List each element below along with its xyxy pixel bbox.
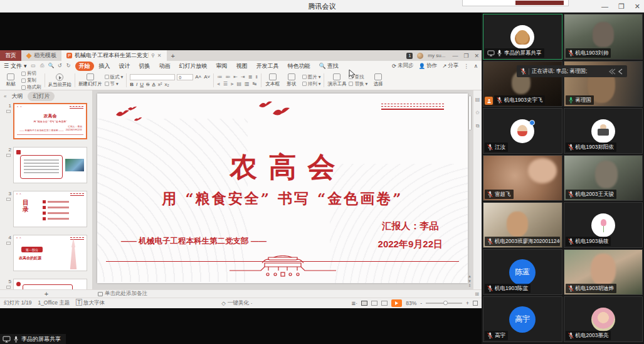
justify-icon[interactable]: ▤ — [237, 81, 242, 87]
zoom-slider-knob[interactable] — [443, 301, 448, 305]
strikethrough-button[interactable]: S — [146, 82, 149, 87]
participant-tile[interactable]: 机电2003班廖海2020011246 — [483, 202, 562, 248]
print-icon[interactable]: ⎙ — [40, 63, 45, 69]
outline-tab[interactable]: 大纲 — [11, 92, 23, 100]
slide-thumbnail[interactable]: ⌃⌃第一部分农高会的起源 — [13, 235, 87, 271]
sync-status[interactable]: ⟳未同步 — [392, 62, 414, 70]
present-tools-button[interactable]: 演示工具 — [327, 72, 346, 89]
increase-font-icon[interactable]: A˄ — [195, 74, 201, 80]
maximize-button[interactable]: ❐ — [618, 0, 625, 13]
align-right-icon[interactable]: ⫸ — [231, 81, 234, 87]
fit-slide-icon[interactable] — [473, 301, 478, 306]
save-icon[interactable]: ▭ — [31, 63, 36, 69]
collapse-panel-icon[interactable]: « — [4, 94, 6, 99]
indent-less-icon[interactable]: ⇤ — [233, 74, 238, 80]
text-box-button[interactable]: 文本框 — [265, 72, 281, 89]
menu-tab[interactable]: 插入 — [95, 62, 114, 71]
menu-tab[interactable]: 开始 — [75, 62, 94, 71]
participant-tile[interactable]: 机电1903杨筱 — [564, 202, 643, 248]
participant-tile[interactable]: 高宇 高宇 — [483, 296, 562, 342]
menu-tab[interactable]: 特色功能 — [284, 62, 314, 71]
line-spacing-icon[interactable]: ≣ — [248, 74, 253, 80]
slides-tab[interactable]: 幻灯片 — [28, 92, 55, 101]
switch-arrow-icon[interactable] — [608, 68, 616, 75]
file-menu[interactable]: ☰ 文件 ▾ — [4, 62, 27, 70]
pin-icon[interactable]: ⚲ — [151, 53, 155, 58]
menu-tab[interactable]: 开发工具 — [253, 62, 283, 71]
participant-tile[interactable]: 机电1903郑阳依 — [564, 108, 643, 154]
number-list-icon[interactable]: ≕ — [225, 74, 230, 80]
italic-button[interactable]: I — [136, 82, 137, 87]
slide-thumbnail[interactable] — [13, 279, 87, 289]
tab-document[interactable]: P 机械电子工程本科生第二党支部 ⚲ ✕ — [61, 50, 167, 61]
cut-button[interactable]: 剪切 — [21, 70, 41, 77]
new-slide-button[interactable]: 新建幻灯片 — [78, 72, 102, 89]
align-center-icon[interactable]: ☰ — [223, 81, 228, 87]
paste-button[interactable]: 粘贴 — [3, 72, 19, 89]
menu-tab[interactable]: 视图 — [233, 62, 251, 71]
participant-tile[interactable]: 陈蓝 机电1903陈蓝 — [483, 249, 562, 295]
superscript-icon[interactable]: x² — [158, 82, 162, 87]
participant-tile[interactable]: 江汝 — [483, 108, 562, 154]
participant-tile[interactable]: 机电2003王天骏 — [564, 155, 643, 201]
copy-button[interactable]: 复制 — [21, 77, 41, 83]
preview-icon[interactable]: 🔍 — [48, 63, 54, 69]
font-zoom-toggle[interactable]: 🅃 放大字体 — [76, 299, 105, 307]
participant-tile[interactable]: 机电1903胡迪烨 — [564, 249, 643, 295]
selection-pane-icon[interactable]: ⧉ — [476, 123, 480, 129]
font-color-icon[interactable]: A̲ — [152, 82, 155, 87]
add-slide-button[interactable]: + — [0, 291, 93, 298]
subscript-icon[interactable]: x₂ — [164, 82, 169, 87]
slide-thumbnail[interactable]: ⌃⌃目录 — [13, 191, 87, 227]
slide-presenter-block[interactable]: 汇报人：李品 2022年9月22日 — [378, 217, 443, 253]
wps-close-button[interactable]: ✕ — [474, 53, 479, 59]
font-name-combo[interactable] — [130, 74, 175, 80]
notes-toggle-icon[interactable]: ≣· — [351, 300, 357, 306]
wps-minimize-button[interactable]: — — [452, 53, 458, 59]
shape-button[interactable]: 形状 — [283, 72, 300, 89]
arrange-button[interactable]: 排列 ▾ — [302, 81, 321, 87]
normal-view-icon[interactable] — [361, 301, 367, 306]
more-menu-icon[interactable]: ⋮ — [463, 63, 469, 69]
new-tab-button[interactable]: + — [167, 50, 179, 61]
slide-title[interactable]: 农高会 — [97, 149, 468, 186]
canvas-scrollbar-thumb[interactable] — [468, 95, 472, 131]
play-from-current-button[interactable]: 从当前开始 — [48, 72, 72, 89]
distribute-icon[interactable]: ▥ — [245, 81, 250, 87]
notes-placeholder[interactable]: 单击此处添加备注 — [93, 290, 147, 298]
participant-tile[interactable]: 雷超飞 — [483, 155, 562, 201]
format-painter-button[interactable]: 格式刷 — [21, 84, 41, 90]
split-view-icon[interactable]: ⊞ — [475, 291, 479, 297]
slide-sorter-view-icon[interactable] — [371, 301, 377, 306]
menu-tab[interactable]: 切换 — [135, 62, 154, 71]
message-badge[interactable]: 1 — [406, 53, 413, 59]
columns-icon[interactable]: ‖ — [255, 74, 257, 80]
text-direction-icon[interactable]: ↹ — [253, 81, 257, 87]
back-arrow-icon[interactable] — [617, 68, 623, 75]
zoom-out-button[interactable]: - — [420, 300, 422, 306]
collaborate-button[interactable]: 👤协作 — [419, 62, 438, 70]
wps-restore-button[interactable]: ❐ — [463, 53, 468, 59]
slide-organization[interactable]: —— 机械电子工程本科生第二党支部 —— — [121, 236, 267, 247]
align-left-icon[interactable]: ⫷ — [217, 81, 220, 87]
beautify-button[interactable]: ◇一键美化 · — [221, 299, 252, 307]
slide-thumbnail[interactable]: ⌃⌃农高会用 “粮食安全” 书写 “金色画卷”—— 机械电子工程本科生第二党支部… — [13, 103, 87, 139]
slide-thumbnail[interactable] — [13, 147, 87, 183]
close-button[interactable]: ✕ — [635, 0, 640, 13]
collapse-ribbon-icon[interactable]: ∧ — [474, 63, 478, 69]
animation-pane-icon[interactable]: ✩ — [475, 110, 480, 116]
zoom-in-button[interactable]: + — [466, 300, 469, 306]
font-size-combo[interactable]: 0 — [177, 74, 193, 80]
menu-tab[interactable]: 设计 — [115, 62, 134, 71]
slide-subtitle[interactable]: 用 “粮食安全” 书写 “金色画卷” — [97, 189, 468, 208]
find-menu[interactable]: 🔍查找 — [319, 62, 339, 70]
wps-user-avatar[interactable] — [417, 53, 423, 59]
theme-name[interactable]: 1_Office 主题 — [38, 299, 70, 307]
current-slide[interactable]: 农高会 用 “粮食安全” 书写 “金色画卷” —— 机械电子工程本科生第二党支部… — [97, 94, 468, 283]
zoom-slider[interactable] — [426, 303, 462, 304]
reading-view-icon[interactable] — [381, 301, 388, 306]
layout-button[interactable]: 版式 ▾ — [105, 74, 124, 80]
menu-tab[interactable]: 动画 — [156, 62, 174, 71]
tab-template-store[interactable]: 稻壳模板 — [21, 50, 61, 61]
picture-button[interactable]: 图片 ▾ — [302, 74, 321, 80]
